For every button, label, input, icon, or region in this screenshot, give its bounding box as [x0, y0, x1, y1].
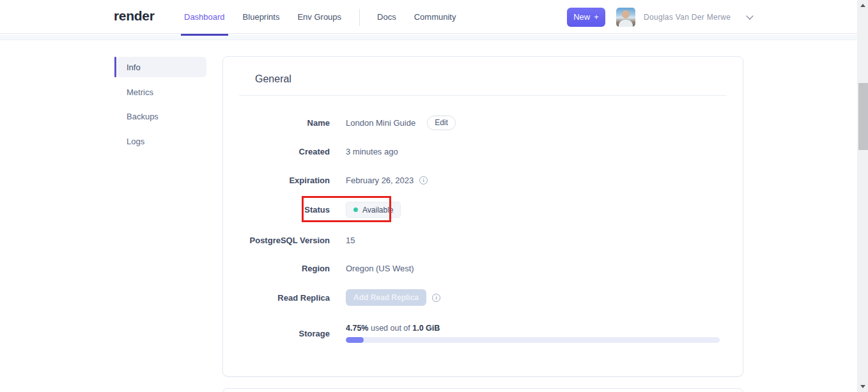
chevron-down-icon[interactable]: [746, 12, 753, 19]
storage-total: 1.0 GiB: [412, 324, 440, 333]
region-label: Region: [239, 264, 330, 273]
nav-link-docs[interactable]: Docs: [377, 0, 396, 34]
edit-name-button[interactable]: Edit: [427, 116, 456, 130]
name-row: Name London Mini Guide Edit: [239, 115, 727, 130]
created-row: Created 3 minutes ago: [239, 145, 727, 158]
storage-block: 4.75% used out of 1.0 GiB: [346, 324, 727, 343]
status-badge: Available: [346, 202, 401, 218]
nav-tab-dashboard[interactable]: Dashboard: [184, 0, 225, 34]
postgres-version-label: PostgreSQL Version: [239, 236, 330, 245]
created-label: Created: [239, 147, 330, 156]
general-card: General Name London Mini Guide Edit Crea…: [222, 56, 743, 377]
info-icon[interactable]: i: [419, 176, 428, 185]
storage-progress-fill: [346, 337, 364, 343]
status-dot-icon: [353, 207, 358, 212]
region-row: Region Oregon (US West): [239, 262, 727, 275]
storage-used-pct: 4.75%: [346, 324, 368, 333]
card-title: General: [255, 73, 291, 85]
expiration-row: Expiration February 26, 2023 i: [239, 174, 727, 186]
new-button-label: New: [573, 12, 590, 22]
sidebar-item-info[interactable]: Info: [117, 57, 206, 77]
storage-row: Storage 4.75% used out of 1.0 GiB: [239, 322, 727, 345]
status-label: Status: [239, 205, 330, 215]
sidebar-active-accent: [114, 57, 116, 77]
storage-label: Storage: [239, 329, 330, 338]
header-right-cluster: New + Douglas Van Der Merwe: [567, 0, 752, 34]
card-divider: [239, 95, 727, 96]
status-row: Status Available: [239, 202, 727, 218]
scrollbar-thumb[interactable]: [858, 83, 868, 150]
top-navbar: render Dashboard Blueprints Env Groups D…: [0, 0, 857, 34]
created-value: 3 minutes ago: [346, 147, 398, 156]
sidebar-item-metrics[interactable]: Metrics: [117, 82, 206, 102]
scrollbar-up-arrow-icon[interactable]: [860, 4, 865, 7]
postgres-version-value: 15: [346, 236, 355, 245]
render-logo[interactable]: render: [114, 8, 155, 24]
plus-icon: +: [594, 12, 599, 22]
sidebar-item-logs[interactable]: Logs: [117, 131, 206, 151]
name-label: Name: [239, 118, 330, 128]
vertical-scrollbar: [857, 0, 868, 392]
main-nav: Dashboard Blueprints Env Groups Docs Com…: [184, 0, 474, 34]
user-name[interactable]: Douglas Van Der Merwe: [644, 13, 731, 22]
status-value: Available: [362, 206, 393, 215]
info-icon[interactable]: i: [432, 294, 440, 302]
read-replica-row: Read Replica Add Read Replica i: [239, 289, 727, 306]
postgres-version-row: PostgreSQL Version 15: [239, 234, 727, 246]
name-value: London Mini Guide: [346, 118, 415, 128]
storage-progress-track: [346, 337, 720, 343]
user-avatar[interactable]: [616, 8, 635, 27]
expiration-label: Expiration: [239, 176, 330, 185]
sidebar-item-backups[interactable]: Backups: [117, 106, 206, 126]
next-card-top-edge: [222, 388, 743, 392]
add-read-replica-button[interactable]: Add Read Replica: [346, 289, 426, 306]
nav-tab-env-groups[interactable]: Env Groups: [297, 0, 341, 34]
nav-link-community[interactable]: Community: [414, 0, 456, 34]
nav-tab-blueprints[interactable]: Blueprints: [243, 0, 280, 34]
region-value: Oregon (US West): [346, 264, 414, 273]
storage-usage-text: 4.75% used out of 1.0 GiB: [346, 324, 727, 333]
expiration-value: February 26, 2023: [346, 176, 414, 185]
storage-separator-text: used out of: [368, 324, 412, 333]
read-replica-label: Read Replica: [239, 293, 330, 303]
nav-divider: [359, 9, 360, 26]
header-sub-band: [0, 34, 857, 40]
new-button[interactable]: New +: [567, 8, 605, 27]
scrollbar-down-arrow-icon[interactable]: [860, 385, 865, 388]
